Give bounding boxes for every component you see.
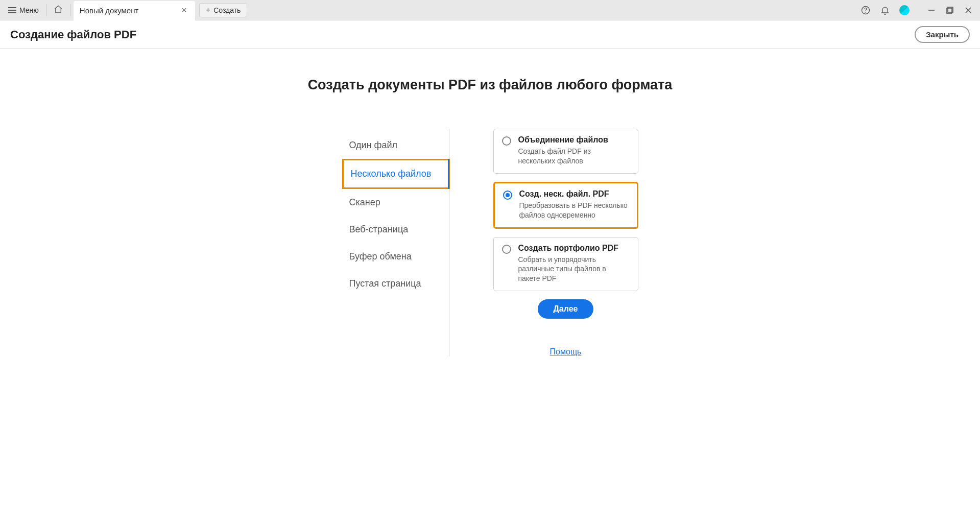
plus-icon: + — [206, 6, 210, 15]
options-column: Объединение файлов Создать файл PDF из н… — [449, 129, 638, 356]
next-button[interactable]: Далее — [538, 299, 593, 319]
option-title: Созд. неск. файл. PDF — [519, 189, 629, 199]
create-button[interactable]: + Создать — [199, 3, 248, 17]
close-panel-button[interactable]: Закрыть — [915, 26, 970, 43]
hamburger-icon — [8, 7, 16, 13]
menu-button[interactable]: Меню — [4, 4, 43, 16]
window-controls — [928, 7, 972, 14]
option-create-portfolio[interactable]: Создать портфолио PDF Собрать и упорядоч… — [493, 237, 638, 292]
option-title: Объединение файлов — [518, 135, 630, 145]
top-toolbar: Меню Новый документ × + Создать — [0, 0, 980, 20]
radio-icon[interactable] — [502, 245, 511, 254]
source-type-list: Один файл Несколько файлов Сканер Веб-ст… — [342, 129, 449, 356]
option-title: Создать портфолио PDF — [518, 244, 630, 253]
window-close-icon[interactable] — [965, 7, 972, 14]
source-web-page[interactable]: Веб-страница — [342, 216, 449, 243]
radio-icon[interactable] — [502, 136, 511, 146]
home-icon — [54, 5, 63, 14]
bell-icon[interactable] — [880, 5, 890, 15]
svg-point-1 — [865, 12, 866, 12]
avatar[interactable] — [899, 5, 910, 15]
help-icon[interactable] — [861, 5, 871, 15]
source-scanner[interactable]: Сканер — [342, 189, 449, 216]
option-desc: Преобразовать в PDF несколько файлов одн… — [519, 201, 629, 220]
source-blank-page[interactable]: Пустая страница — [342, 270, 449, 297]
radio-icon[interactable] — [503, 191, 512, 200]
source-single-file[interactable]: Один файл — [342, 132, 449, 159]
option-create-multiple-pdf[interactable]: Созд. неск. файл. PDF Преобразовать в PD… — [493, 182, 638, 229]
two-column-layout: Один файл Несколько файлов Сканер Веб-ст… — [342, 129, 638, 356]
divider — [70, 4, 70, 16]
option-combine-files[interactable]: Объединение файлов Создать файл PDF из н… — [493, 129, 638, 174]
option-desc: Собрать и упорядочить различные типы фай… — [518, 255, 630, 284]
tab-title: Новый документ — [80, 6, 138, 15]
menu-label: Меню — [19, 6, 39, 14]
source-clipboard[interactable]: Буфер обмена — [342, 243, 449, 270]
close-icon[interactable]: × — [179, 5, 189, 16]
sub-header: Создание файлов PDF Закрыть — [0, 20, 980, 49]
home-button[interactable] — [50, 3, 67, 18]
help-link[interactable]: Помощь — [493, 347, 638, 356]
tab-new-document[interactable]: Новый документ × — [74, 1, 195, 20]
content-area: Создать документы PDF из файлов любого ф… — [0, 49, 980, 523]
divider — [46, 4, 46, 16]
option-desc: Создать файл PDF из нескольких файлов — [518, 147, 630, 166]
source-multiple-files[interactable]: Несколько файлов — [342, 159, 450, 189]
minimize-icon[interactable] — [928, 7, 935, 14]
main-heading: Создать документы PDF из файлов любого ф… — [0, 77, 980, 93]
toolbar-right — [861, 5, 976, 15]
page-title: Создание файлов PDF — [10, 28, 136, 41]
create-label: Создать — [213, 6, 241, 14]
maximize-icon[interactable] — [946, 7, 953, 14]
